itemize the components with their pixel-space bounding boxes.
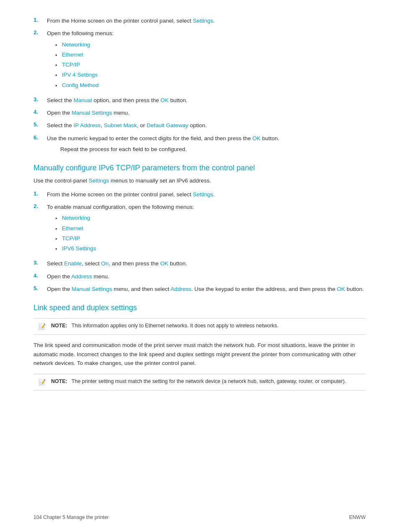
bullet-dot: ●	[55, 63, 62, 68]
step-num-1: 1.	[33, 17, 47, 23]
bullet-dot: ●	[55, 226, 62, 231]
ok-link-3[interactable]: OK	[160, 260, 169, 267]
tcpip-link-2[interactable]: TCP/IP	[62, 234, 80, 243]
ipv6-bullet-networking: ●Networking	[55, 214, 366, 222]
settings-link-1[interactable]: Settings	[193, 18, 213, 24]
ipv6-bullet-tcpip: ●TCP/IP	[55, 234, 366, 243]
step-4-content: Open the Manual Settings menu.	[47, 109, 366, 117]
bullet-dot: ●	[55, 73, 62, 78]
ethernet-link-1[interactable]: Ethernet	[62, 51, 83, 59]
tcpip-link[interactable]: TCP/IP	[62, 61, 80, 69]
ipv6-bullets: ●Networking ●Ethernet ●TCP/IP ●IPV6 Sett…	[55, 214, 366, 253]
bullet-dot: ●	[55, 236, 62, 242]
enable-link[interactable]: Enable	[64, 260, 82, 267]
step-1: 1. From the Home screen on the printer c…	[33, 17, 366, 25]
ipv6-step-1-content: From the Home screen on the printer cont…	[47, 190, 366, 199]
bullet-dot: ●	[55, 216, 62, 221]
step-3: 3. Select the Manual option, and then pr…	[33, 96, 366, 105]
ipv6-step-num-4: 4.	[33, 272, 47, 279]
networking-link[interactable]: Networking	[62, 41, 90, 49]
on-link[interactable]: On	[101, 260, 109, 267]
note-2-text: NOTE: The printer setting must match the…	[51, 378, 346, 386]
ipv6-intro: Use the control-panel Settings menus to …	[33, 177, 366, 185]
link-speed-heading: Link speed and duplex settings	[33, 303, 366, 312]
bullet-dot: ●	[55, 43, 62, 48]
step-num-5: 5.	[33, 121, 47, 128]
manual-settings-link-1[interactable]: Manual Settings	[72, 110, 112, 116]
manual-link[interactable]: Manual	[74, 97, 92, 103]
bullet-dot: ●	[55, 53, 62, 58]
ethernet-link-2[interactable]: Ethernet	[62, 224, 83, 233]
step-5: 5. Select the IP Address, Subnet Mask, o…	[33, 121, 366, 130]
ipv6-step-num-5: 5.	[33, 285, 47, 291]
step-num-3: 3.	[33, 96, 47, 103]
ipv6-step-2-content: To enable manual configuration, open the…	[47, 203, 366, 255]
ipv4-settings-link[interactable]: IPV 4 Settings	[62, 71, 98, 79]
ipv6-step-4-content: Open the Address menu.	[47, 272, 366, 281]
step-6-content: Use the numeric keypad to enter the corr…	[47, 134, 366, 154]
settings-link-3[interactable]: Settings	[193, 191, 213, 198]
ipv6-bullet-ipv6settings: ●IPV6 Settings	[55, 244, 366, 253]
settings-link-2[interactable]: Settings	[89, 177, 109, 184]
step-5-content: Select the IP Address, Subnet Mask, or D…	[47, 121, 366, 130]
bullet-dot: ●	[55, 247, 62, 252]
subnet-mask-link[interactable]: Subnet Mask	[104, 122, 137, 129]
ok-link-2[interactable]: OK	[253, 135, 261, 141]
ipv6-step-5-content: Open the Manual Settings menu, and then …	[47, 285, 366, 293]
step-2: 2. Open the following menus: ●Networking…	[33, 29, 366, 92]
bullet-tcpip: ●TCP/IP	[55, 61, 366, 69]
bullet-configmethod: ●Config Method	[55, 81, 366, 90]
config-method-link[interactable]: Config Method	[62, 81, 99, 90]
link-speed-paragraph: The link speed and communication mode of…	[33, 341, 366, 368]
ipv6-step-2: 2. To enable manual configuration, open …	[33, 203, 366, 255]
ipv6-step-3-content: Select Enable, select On, and then press…	[47, 260, 366, 268]
step-6: 6. Use the numeric keypad to enter the c…	[33, 134, 366, 154]
step-1-content: From the Home screen on the printer cont…	[47, 17, 366, 25]
repeat-note: Repeat the process for each field to be …	[60, 145, 366, 154]
step-num-4: 4.	[33, 109, 47, 115]
ipv6-bullet-ethernet: ●Ethernet	[55, 224, 366, 233]
ok-link-1[interactable]: OK	[161, 97, 169, 103]
ipv6-step-num-1: 1.	[33, 190, 47, 197]
ipv6-steps: 1. From the Home screen on the printer c…	[33, 190, 366, 293]
ipv6-step-num-2: 2.	[33, 203, 47, 209]
step-3-content: Select the Manual option, and then press…	[47, 96, 366, 105]
note-2-label: NOTE:	[51, 378, 67, 384]
networking-link-2[interactable]: Networking	[62, 214, 90, 222]
bullet-ethernet: ●Ethernet	[55, 51, 366, 59]
step-num-2: 2.	[33, 29, 47, 36]
ip-address-link[interactable]: IP Address	[74, 122, 101, 129]
step-num-6: 6.	[33, 134, 47, 141]
ipv6-settings-link[interactable]: IPV6 Settings	[62, 244, 96, 253]
bullet-dot: ●	[55, 83, 62, 88]
bullet-ipv4settings: ●IPV 4 Settings	[55, 71, 366, 79]
note-box-1: 📝 NOTE: This information applies only to…	[33, 318, 366, 335]
ipv4-bullets: ●Networking ●Ethernet ●TCP/IP ●IPV 4 Set…	[55, 41, 366, 90]
note-icon-2: 📝	[38, 378, 48, 387]
address-link-1[interactable]: Address	[72, 273, 92, 280]
ipv6-step-3: 3. Select Enable, select On, and then pr…	[33, 260, 366, 268]
ipv6-step-4: 4. Open the Address menu.	[33, 272, 366, 281]
note-1-label: NOTE:	[51, 323, 67, 329]
manual-settings-link-2[interactable]: Manual Settings	[72, 286, 112, 292]
ipv6-section-heading: Manually configure IPv6 TCP/IP parameter…	[33, 164, 366, 172]
ok-link-4[interactable]: OK	[337, 286, 345, 292]
footer-left: 104 Chapter 5 Manage the printer	[33, 514, 109, 520]
bullet-networking: ●Networking	[55, 41, 366, 49]
page-footer: 104 Chapter 5 Manage the printer ENWW	[33, 514, 366, 520]
ipv6-step-5: 5. Open the Manual Settings menu, and th…	[33, 285, 366, 293]
ipv6-step-num-3: 3.	[33, 260, 47, 266]
step-2-content: Open the following menus: ●Networking ●E…	[47, 29, 366, 92]
note-1-text: NOTE: This information applies only to E…	[51, 322, 279, 330]
default-gateway-link[interactable]: Default Gateway	[146, 122, 188, 129]
address-link-2[interactable]: Address	[171, 286, 192, 292]
step-4: 4. Open the Manual Settings menu.	[33, 109, 366, 117]
note-icon-1: 📝	[38, 322, 48, 331]
ipv6-step-1: 1. From the Home screen on the printer c…	[33, 190, 366, 199]
footer-right: ENWW	[349, 514, 366, 520]
ipv4-steps: 1. From the Home screen on the printer c…	[33, 17, 366, 154]
note-box-2: 📝 NOTE: The printer setting must match t…	[33, 374, 366, 391]
